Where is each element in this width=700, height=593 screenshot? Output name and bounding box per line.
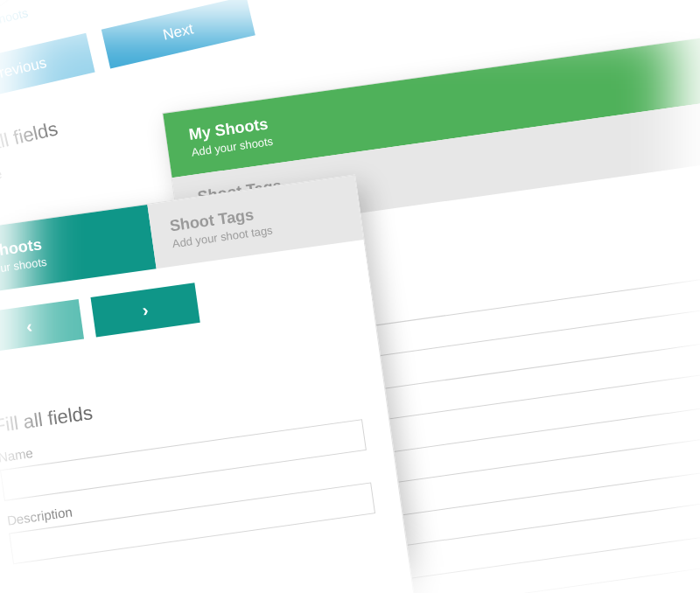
- wizard-step-1[interactable]: My Shoots Add your shoots: [0, 0, 38, 41]
- next-button[interactable]: Next: [102, 0, 256, 68]
- chevron-right-icon: ›: [141, 300, 150, 321]
- wizard-card-teal: My Shoots Add your shoots Shoot Tags Add…: [0, 175, 428, 593]
- step-caption-shoot-tags: Add your shoot tags: [75, 0, 185, 1]
- previous-button[interactable]: Previous: [0, 33, 95, 106]
- step-caption-my-shoots: Add your shoots: [0, 5, 30, 38]
- wizard-step-2[interactable]: Shoot Tags Add your shoot tags: [52, 0, 186, 7]
- chevron-left-icon: ‹: [25, 316, 34, 337]
- form-area: Fill all fields Name Description: [0, 303, 404, 590]
- next-button[interactable]: ›: [91, 283, 200, 337]
